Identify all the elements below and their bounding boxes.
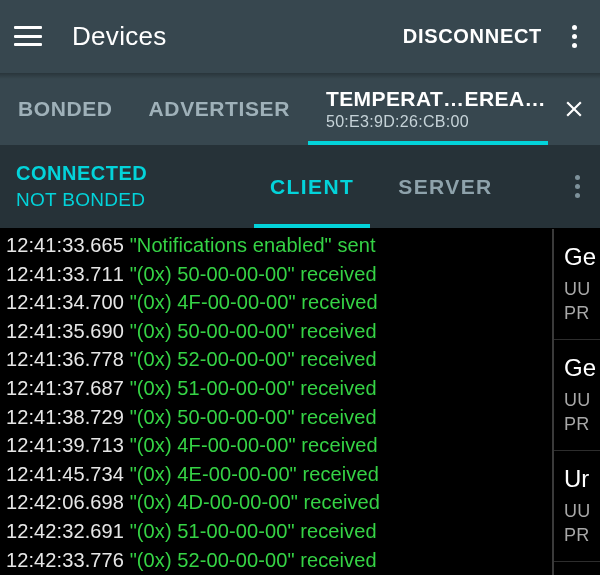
log-row: 12:41:38.729 "(0x) 50-00-00-00" received bbox=[6, 403, 548, 432]
tab-device[interactable]: TEMPERAT…EREADING 50:E3:9D:26:CB:00 bbox=[308, 73, 548, 145]
service-item[interactable]: UrUUPR bbox=[554, 451, 600, 562]
log-timestamp: 12:41:34.700 bbox=[6, 291, 130, 313]
log-timestamp: 12:42:33.776 bbox=[6, 549, 130, 571]
service-title: Ge bbox=[564, 354, 600, 382]
subtab-client[interactable]: CLIENT bbox=[248, 145, 376, 228]
sub-tabs: CLIENT SERVER bbox=[248, 145, 554, 228]
disconnect-button[interactable]: DISCONNECT bbox=[403, 25, 542, 48]
subtab-label: CLIENT bbox=[270, 175, 354, 199]
connection-status[interactable]: CONNECTED NOT BONDED bbox=[0, 145, 248, 228]
services-panel[interactable]: GeUUPRGeUUPRUrUUPR bbox=[552, 229, 600, 575]
close-tab-button[interactable] bbox=[548, 73, 600, 145]
tab-label: ADVERTISER bbox=[149, 97, 290, 121]
log-row: 12:41:33.665 "Notifications enabled" sen… bbox=[6, 231, 548, 260]
log-timestamp: 12:42:32.691 bbox=[6, 520, 130, 542]
tab-label: BONDED bbox=[18, 97, 113, 121]
log-message: "(0x) 51-00-00-00" received bbox=[130, 377, 377, 399]
service-line: UU bbox=[564, 277, 600, 301]
log-row: 12:42:32.691 "(0x) 51-00-00-00" received bbox=[6, 517, 548, 546]
service-line: PR bbox=[564, 412, 600, 436]
top-tabs: BONDED ADVERTISER TEMPERAT…EREADING 50:E… bbox=[0, 72, 600, 145]
status-bar: CONNECTED NOT BONDED CLIENT SERVER bbox=[0, 145, 600, 229]
log-timestamp: 12:41:38.729 bbox=[6, 406, 130, 428]
menu-icon[interactable] bbox=[14, 26, 42, 46]
service-line: PR bbox=[564, 523, 600, 547]
close-icon bbox=[561, 96, 587, 122]
log-message: "Notifications enabled" sent bbox=[130, 234, 376, 256]
service-title: Ur bbox=[564, 465, 600, 493]
log-timestamp: 12:41:45.734 bbox=[6, 463, 130, 485]
service-line: UU bbox=[564, 388, 600, 412]
service-line: UU bbox=[564, 499, 600, 523]
tab-bonded[interactable]: BONDED bbox=[0, 73, 131, 145]
log-message: "(0x) 50-00-00-00" received bbox=[130, 263, 377, 285]
log-message: "(0x) 4E-00-00-00" received bbox=[130, 463, 379, 485]
log-row: 12:41:34.700 "(0x) 4F-00-00-00" received bbox=[6, 288, 548, 317]
status-connected: CONNECTED bbox=[16, 162, 248, 185]
log-timestamp: 12:41:35.690 bbox=[6, 320, 130, 342]
service-title: Ge bbox=[564, 243, 600, 271]
app-bar: Devices DISCONNECT bbox=[0, 0, 600, 72]
log-row: 12:42:06.698 "(0x) 4D-00-00-00" received bbox=[6, 488, 548, 517]
log-timestamp: 12:41:36.778 bbox=[6, 348, 130, 370]
log-message: "(0x) 4F-00-00-00" received bbox=[130, 291, 378, 313]
subtab-label: SERVER bbox=[398, 175, 492, 199]
device-mac: 50:E3:9D:26:CB:00 bbox=[326, 113, 469, 131]
log-row: 12:41:45.734 "(0x) 4E-00-00-00" received bbox=[6, 460, 548, 489]
log-timestamp: 12:41:39.713 bbox=[6, 434, 130, 456]
tab-advertiser[interactable]: ADVERTISER bbox=[131, 73, 308, 145]
log-message: "(0x) 4D-00-00-00" received bbox=[130, 491, 380, 513]
content-body: 12:41:33.665 "Notifications enabled" sen… bbox=[0, 229, 600, 575]
app-root: Devices DISCONNECT BONDED ADVERTISER TEM… bbox=[0, 0, 600, 575]
service-item[interactable]: GeUUPR bbox=[554, 340, 600, 451]
log-message: "(0x) 52-00-00-00" received bbox=[130, 348, 377, 370]
overflow-menu-icon[interactable] bbox=[562, 25, 586, 48]
log-row: 12:41:36.778 "(0x) 52-00-00-00" received bbox=[6, 345, 548, 374]
log-message: "(0x) 52-00-00-00" received bbox=[130, 549, 377, 571]
log-message: "(0x) 4F-00-00-00" received bbox=[130, 434, 378, 456]
log-row: 12:41:35.690 "(0x) 50-00-00-00" received bbox=[6, 317, 548, 346]
log-timestamp: 12:41:33.711 bbox=[6, 263, 130, 285]
device-name: TEMPERAT…EREADING bbox=[326, 87, 546, 111]
log-row: 12:41:37.687 "(0x) 51-00-00-00" received bbox=[6, 374, 548, 403]
subtab-server[interactable]: SERVER bbox=[376, 145, 514, 228]
log-timestamp: 12:41:33.665 bbox=[6, 234, 130, 256]
log-timestamp: 12:42:06.698 bbox=[6, 491, 130, 513]
log-message: "(0x) 51-00-00-00" received bbox=[130, 520, 377, 542]
page-title: Devices bbox=[72, 21, 403, 52]
log-row: 12:41:39.713 "(0x) 4F-00-00-00" received bbox=[6, 431, 548, 460]
log-panel[interactable]: 12:41:33.665 "Notifications enabled" sen… bbox=[0, 229, 552, 575]
log-timestamp: 12:41:37.687 bbox=[6, 377, 130, 399]
log-message: "(0x) 50-00-00-00" received bbox=[130, 320, 377, 342]
status-bond: NOT BONDED bbox=[16, 189, 248, 211]
log-row: 12:41:33.711 "(0x) 50-00-00-00" received bbox=[6, 260, 548, 289]
service-line: PR bbox=[564, 301, 600, 325]
subtab-overflow-icon[interactable] bbox=[554, 145, 600, 228]
service-item[interactable]: GeUUPR bbox=[554, 229, 600, 340]
log-message: "(0x) 50-00-00-00" received bbox=[130, 406, 377, 428]
log-row: 12:42:33.776 "(0x) 52-00-00-00" received bbox=[6, 546, 548, 575]
